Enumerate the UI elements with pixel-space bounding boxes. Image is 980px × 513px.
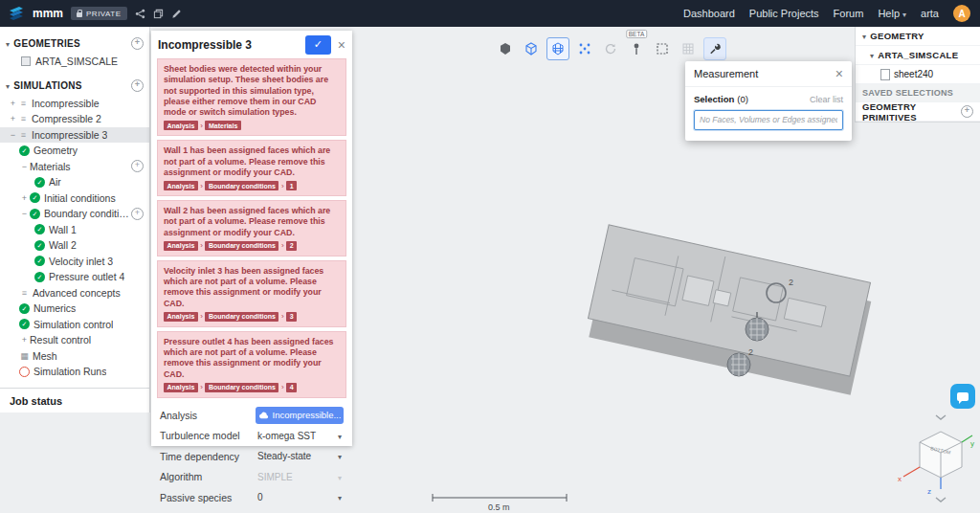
measure-tool-icon[interactable] <box>703 37 726 60</box>
nav-public-projects[interactable]: Public Projects <box>749 8 819 19</box>
chevron-separator-icon <box>281 383 284 391</box>
add-simulation-button[interactable] <box>131 79 144 92</box>
simulations-header[interactable]: SIMULATIONS <box>0 76 149 96</box>
grid-icon[interactable] <box>678 38 699 59</box>
expander-icon[interactable] <box>8 99 18 108</box>
warning-tag[interactable]: Analysis <box>164 241 198 251</box>
warning-tag[interactable]: Analysis <box>164 121 198 130</box>
chevron-separator-icon <box>281 312 284 321</box>
simscale-logo-icon[interactable] <box>8 6 25 21</box>
tree-item-simulation-runs[interactable]: Simulation Runs <box>0 364 149 380</box>
probe-point-icon[interactable]: BETA <box>626 38 647 59</box>
box-select-icon[interactable] <box>652 38 673 59</box>
close-icon[interactable] <box>835 65 843 82</box>
expander-icon[interactable] <box>19 193 30 203</box>
warning-sheet-bodies[interactable]: Sheet bodies were detected within your s… <box>157 58 346 136</box>
job-status-header[interactable]: Job status <box>0 388 149 413</box>
geometries-header[interactable]: GEOMETRIES <box>0 33 149 54</box>
expander-icon[interactable] <box>19 335 30 345</box>
tree-item-wall-2[interactable]: Wall 2 <box>0 237 149 254</box>
warning-tag[interactable]: 4 <box>286 383 297 392</box>
warning-wall-1[interactable]: Wall 1 has been assigned faces which are… <box>157 140 346 196</box>
analysis-type-button[interactable]: Incompressible... <box>256 407 344 424</box>
private-badge[interactable]: PRIVATE <box>71 7 127 20</box>
tree-item-pressure-outlet-4[interactable]: Pressure outlet 4 <box>0 269 149 285</box>
chevron-down-icon[interactable] <box>862 31 866 41</box>
apply-button[interactable] <box>305 35 331 55</box>
boundary-badge-1[interactable] <box>746 318 768 341</box>
warning-velocity-inlet-3[interactable]: Velocity inlet 3 has been assigned faces… <box>157 260 346 327</box>
chat-button[interactable] <box>950 384 975 409</box>
sheet-item[interactable]: sheet240 <box>856 65 980 84</box>
close-icon[interactable] <box>338 38 345 52</box>
warning-tag[interactable]: Boundary conditions <box>205 312 278 322</box>
boundary-badge-2[interactable] <box>727 353 750 376</box>
vertices-icon[interactable] <box>574 38 595 59</box>
warning-tag[interactable]: Analysis <box>164 383 198 392</box>
tree-item-air[interactable]: Air <box>0 174 149 190</box>
tree-item-velocity-inlet-3[interactable]: Velocity inlet 3 <box>0 254 149 270</box>
clear-list-link[interactable]: Clear list <box>810 95 843 104</box>
warning-tag[interactable]: Analysis <box>164 181 198 190</box>
tree-item-simulation-control[interactable]: Simulation control <box>0 317 149 333</box>
geometry-item-arta[interactable]: ARTA_SIMSCALE <box>856 46 980 65</box>
tree-item-mesh[interactable]: Mesh <box>0 348 149 365</box>
tree-item-incompressible[interactable]: Incompressible <box>0 96 149 112</box>
add-material-button[interactable] <box>131 160 144 172</box>
avatar[interactable]: A <box>953 5 970 22</box>
tree-item-geometry-arta[interactable]: ARTA_SIMSCALE <box>0 54 149 70</box>
expander-icon[interactable] <box>19 209 30 218</box>
chevron-down-icon[interactable] <box>6 38 10 49</box>
add-primitive-button[interactable] <box>961 105 973 118</box>
chevron-down-icon[interactable] <box>6 80 10 91</box>
warning-tag[interactable]: Materials <box>205 121 240 130</box>
sync-icon[interactable] <box>600 38 621 59</box>
transparent-cube-icon[interactable] <box>521 38 542 59</box>
expander-icon[interactable] <box>8 130 18 140</box>
copy-icon[interactable] <box>153 9 164 19</box>
nav-dashboard[interactable]: Dashboard <box>683 8 735 19</box>
tree-item-wall-1[interactable]: Wall 1 <box>0 222 149 238</box>
warning-tag[interactable]: Boundary conditions <box>205 383 278 392</box>
time-dependency-select[interactable]: Steady-state <box>256 449 344 464</box>
nav-forum[interactable]: Forum <box>834 8 864 19</box>
expander-icon[interactable] <box>8 114 18 123</box>
warning-tag[interactable]: Analysis <box>164 312 198 322</box>
solid-cube-icon[interactable] <box>495 38 516 59</box>
nav-help[interactable]: Help <box>878 8 906 19</box>
edit-icon[interactable] <box>171 9 182 19</box>
warning-tag[interactable]: 3 <box>286 312 297 322</box>
warning-pressure-outlet-4[interactable]: Pressure outlet 4 has been assigned face… <box>157 331 346 398</box>
chevron-separator-icon <box>281 182 284 190</box>
warning-tag[interactable]: 1 <box>286 181 297 190</box>
chevron-down-icon[interactable] <box>870 50 874 60</box>
geometry-primitives-header[interactable]: GEOMETRY PRIMITIVES <box>856 102 980 122</box>
add-boundary-condition-button[interactable] <box>131 208 144 220</box>
tree-item-geometry[interactable]: Geometry <box>0 143 149 159</box>
add-geometry-button[interactable] <box>131 37 144 50</box>
passive-species-select[interactable]: 0 <box>256 490 344 505</box>
username[interactable]: arta <box>921 8 939 19</box>
tree-item-advanced-concepts[interactable]: Advanced concepts <box>0 285 149 301</box>
check-icon <box>19 303 30 314</box>
tree-item-result-control[interactable]: Result control <box>0 332 149 348</box>
saved-selections-header[interactable]: SAVED SELECTIONS <box>856 84 980 102</box>
algorithm-select[interactable]: SIMPLE <box>256 469 344 484</box>
warning-tag[interactable]: Boundary conditions <box>205 181 278 190</box>
selection-input[interactable] <box>694 110 843 130</box>
tree-item-numerics[interactable]: Numerics <box>0 301 149 317</box>
turbulence-model-select[interactable]: k-omega SST <box>256 428 344 443</box>
mesh-cube-icon[interactable] <box>546 37 569 60</box>
warning-wall-2[interactable]: Wall 2 has been assigned faces which are… <box>157 200 346 256</box>
warning-tag[interactable]: Boundary conditions <box>205 241 278 251</box>
warning-tag[interactable]: 2 <box>286 241 297 251</box>
share-icon[interactable] <box>135 9 145 19</box>
tree-item-materials[interactable]: Materials <box>0 159 149 175</box>
tree-item-boundary-conditions[interactable]: Boundary conditions <box>0 206 149 222</box>
geometry-header[interactable]: GEOMETRY <box>856 27 980 46</box>
tree-item-initial-conditions[interactable]: Initial conditions <box>0 190 149 207</box>
tree-item-compressible-2[interactable]: Compressible 2 <box>0 111 149 127</box>
tree-item-incompressible-3[interactable]: Incompressible 3 <box>0 127 149 144</box>
simulation-icon <box>18 99 29 108</box>
expander-icon[interactable] <box>19 162 30 171</box>
